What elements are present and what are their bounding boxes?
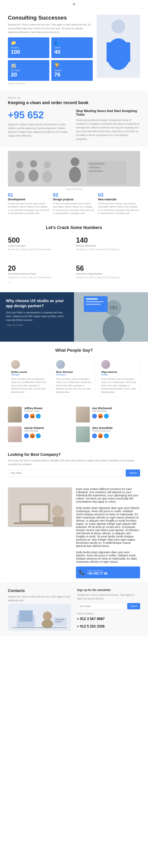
contacts-section: Contacts Sample text. Click to select th… bbox=[0, 583, 148, 636]
facebook-icon-0[interactable]: f bbox=[24, 414, 29, 418]
stat-awards-value: 76 bbox=[54, 71, 90, 78]
twitter-icon-2[interactable]: t bbox=[36, 434, 41, 438]
contacts-left: Contacts Sample text. Click to select th… bbox=[8, 588, 71, 630]
about-right-heading: Stop Wasting Hours And Start Assigning T… bbox=[76, 109, 140, 116]
stat-team-label: Our Team bbox=[11, 69, 46, 71]
num-business-plans: 20 Successful Business Plans Sample text… bbox=[8, 262, 72, 286]
testimonial-2: Olga Ivanova Design Proin sed libero eni… bbox=[98, 357, 140, 397]
svg-rect-29 bbox=[21, 505, 48, 521]
testimonials-heading: What People Say? bbox=[8, 348, 140, 353]
num-label-3: Investment Opportunities bbox=[76, 273, 140, 275]
contacts-text: Sample text. Click to select this text b… bbox=[8, 595, 71, 602]
social-icons-3: f 📷 t bbox=[92, 434, 112, 438]
looking-text: Duis aute irure dolor in reprehenderit i… bbox=[8, 459, 140, 466]
testimonial-1-name: Nick Jhonson bbox=[56, 370, 92, 373]
twitter-icon-1[interactable]: t bbox=[104, 414, 109, 418]
instagram-icon-2[interactable]: 📷 bbox=[30, 434, 35, 438]
num-desc-3: Sample text. Click to select this Text E… bbox=[76, 276, 140, 279]
clients-icon: 👥 bbox=[54, 40, 90, 45]
instagram-icon-1[interactable]: 📷 bbox=[98, 414, 103, 418]
svg-point-31 bbox=[52, 505, 63, 517]
team-role-1: Web Developer bbox=[92, 410, 112, 412]
step-3-title: New materials bbox=[98, 198, 140, 201]
team-name-2: Jennie Roberts bbox=[24, 426, 44, 430]
testimonial-2-role: Design bbox=[101, 373, 137, 376]
testimonial-0-role: Manager bbox=[11, 373, 47, 376]
num-desc-1: Sample text. Click to select this Text E… bbox=[76, 248, 140, 251]
num-val-3: 56 bbox=[76, 264, 140, 273]
team-role-0: Creative Leader bbox=[24, 410, 42, 412]
looking-heading: Looking for Best Company? bbox=[8, 452, 140, 457]
testimonial-1: Nick Jhonson Developer Proin sed libero … bbox=[53, 357, 95, 397]
twitter-icon-0[interactable]: t bbox=[36, 414, 41, 418]
newsletter-submit-button[interactable]: Submit bbox=[127, 603, 140, 609]
newsletter-email-input[interactable] bbox=[77, 603, 126, 609]
team-icon: 🏢 bbox=[11, 63, 46, 68]
testimonial-0-name: Stella Larson bbox=[11, 370, 47, 373]
email-form: Submit bbox=[8, 469, 140, 476]
stat-projects: 📁 Projects 100 bbox=[8, 37, 49, 58]
svg-rect-26 bbox=[86, 304, 101, 305]
team-info-0: Jeffrey Brown Creative Leader f 📷 t bbox=[24, 407, 42, 418]
ux-text-body: Duis aute Robin is reprehenderit in volu… bbox=[6, 311, 68, 322]
avatar-nick bbox=[56, 360, 65, 369]
top-nav: ≡ bbox=[0, 0, 148, 9]
stat-projects-value: 100 bbox=[11, 49, 46, 55]
article-para-0: Each color evokes different emotions for… bbox=[76, 488, 140, 503]
stat-team-value: 20 bbox=[11, 71, 46, 78]
instagram-icon-0[interactable]: 📷 bbox=[30, 414, 35, 418]
numbers-section: Let's Crack Some Numbers 500 Loyal Custo… bbox=[0, 219, 148, 292]
stat-clients: 👥 Clients 40 bbox=[51, 37, 93, 58]
svg-point-37 bbox=[42, 619, 53, 628]
stats-grid: 📁 Projects 100 👥 Clients 40 🏢 Our Team 2… bbox=[8, 37, 93, 81]
team-photo-1 bbox=[76, 407, 90, 423]
phone-number-1[interactable]: + 912 5 252 3336 bbox=[77, 623, 140, 630]
num-val-2: 20 bbox=[8, 264, 72, 273]
arrow-link-2[interactable]: → bbox=[8, 280, 11, 284]
team-member-1: Ann Richmond Web Developer f 📷 t bbox=[76, 407, 140, 423]
newsletter-text: Sample text. Click to select this text b… bbox=[77, 593, 140, 601]
svg-rect-35 bbox=[19, 611, 33, 622]
svg-point-1 bbox=[111, 20, 125, 33]
about-left-text: Dignissim volutpat adipiscing elit manuf… bbox=[8, 123, 72, 138]
svg-point-36 bbox=[43, 612, 52, 621]
phone-number-0[interactable]: + 912 3 567 8987 bbox=[77, 615, 140, 623]
stat-clients-label: Clients bbox=[54, 46, 90, 49]
num-label-2: Successful Business Plans bbox=[8, 273, 72, 275]
ux-heading: Why choose UX studio as your app design … bbox=[6, 298, 68, 308]
team-name-1: Ann Richmond bbox=[92, 407, 112, 410]
step-2: 02 Design projects Ut enim ad minim veni… bbox=[53, 192, 95, 215]
facebook-icon-2[interactable]: f bbox=[24, 434, 29, 438]
submit-button[interactable]: Submit bbox=[126, 469, 140, 476]
svg-point-11 bbox=[71, 157, 79, 166]
facebook-icon-1[interactable]: f bbox=[92, 414, 97, 418]
testimonial-2-name: Olga Ivanova bbox=[101, 370, 137, 373]
phone-numbers: Phone (Landline) + 912 3 567 8987 + 912 … bbox=[77, 612, 140, 630]
newsletter-heading: Sign up for the newsletter bbox=[77, 588, 140, 592]
svg-rect-32 bbox=[53, 517, 64, 526]
team-info-1: Ann Richmond Web Developer f 📷 t bbox=[92, 407, 112, 418]
testimonial-1-role: Developer bbox=[56, 373, 92, 376]
facebook-icon-3[interactable]: f bbox=[92, 434, 97, 438]
step-1: 01 Development Ut enim ad minim veniam, … bbox=[8, 192, 50, 215]
team-photo-0 bbox=[8, 407, 22, 423]
team-section: Jeffrey Brown Creative Leader f 📷 t Ann … bbox=[0, 403, 148, 446]
arrow-link-0[interactable]: → bbox=[8, 252, 11, 256]
instagram-icon-3[interactable]: 📷 bbox=[98, 434, 103, 438]
testimonial-2-text: Proin sed libero enim sed faucibus turpi… bbox=[101, 377, 137, 394]
team-photo-2 bbox=[8, 426, 22, 442]
svg-rect-39 bbox=[55, 619, 64, 620]
hamburger-icon[interactable]: ≡ bbox=[73, 2, 75, 6]
social-icons-0: f 📷 t bbox=[24, 414, 42, 418]
steps-image bbox=[8, 151, 140, 187]
contacts-illustration bbox=[8, 606, 71, 629]
contacts-heading: Contacts bbox=[8, 588, 71, 593]
article-para-1: Nulla facilisi etiam dignissim diam quis… bbox=[76, 506, 140, 548]
steps-grid: 01 Development Ut enim ad minim veniam, … bbox=[8, 192, 140, 215]
num-label-0: Loyal Customers bbox=[8, 244, 72, 247]
awards-icon: 🏆 bbox=[54, 63, 90, 68]
email-input[interactable] bbox=[8, 469, 124, 476]
step-3-num: 03 bbox=[98, 192, 140, 198]
twitter-icon-3[interactable]: t bbox=[104, 434, 109, 438]
step-1-title: Development bbox=[8, 198, 50, 201]
